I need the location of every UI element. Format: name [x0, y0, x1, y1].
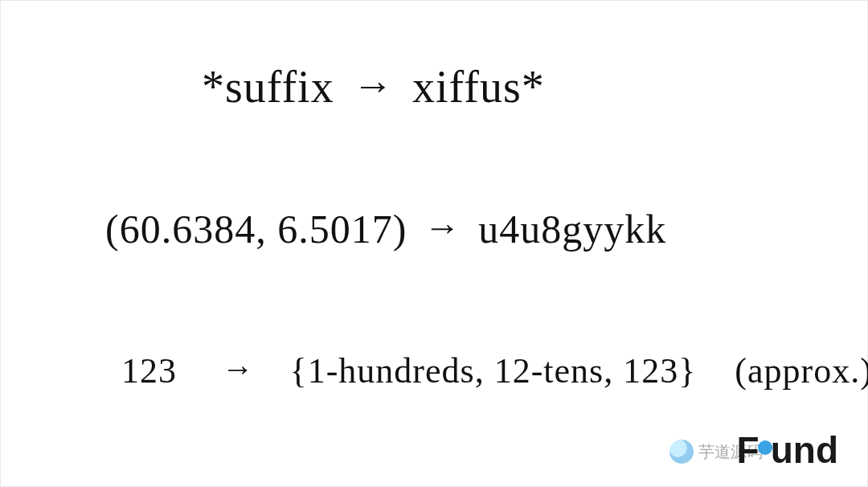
geohash-value: u4u8gyykk [478, 207, 666, 252]
whiteboard: *suffix → xiffus* (60.6384, 6.5017) → u4… [0, 0, 868, 487]
logo-letters-rest: und [771, 428, 838, 472]
word-suffix: suffix [225, 62, 334, 112]
number-value: 123 [121, 351, 177, 391]
latitude: 60.6384 [120, 207, 256, 252]
comma: , [475, 351, 494, 391]
watermark-icon [669, 440, 694, 464]
paren-close: ) [393, 207, 407, 252]
example-suffix-reversal: *suffix → xiffus* [202, 61, 545, 113]
brace-open: { [290, 351, 308, 391]
token-hundreds: 1-hundreds [308, 351, 475, 391]
asterisk-left: * [202, 62, 225, 112]
arrow-icon: → [418, 207, 468, 248]
token-tens: 12-tens [494, 351, 604, 391]
example-geohash: (60.6384, 6.5017) → u4u8gyykk [105, 206, 666, 252]
paren-open: ( [105, 207, 120, 252]
logo-letter-f: F [737, 428, 760, 472]
arrow-icon: → [346, 62, 400, 108]
token-raw: 123 [623, 351, 678, 391]
comma: , [604, 351, 623, 391]
asterisk-right: * [522, 62, 545, 112]
word-xiffus: xiffus [412, 62, 522, 112]
arrow-icon: → [215, 350, 261, 387]
coord-separator: , [256, 207, 277, 252]
brace-close: } [678, 351, 696, 391]
longitude: 6.5017 [277, 207, 393, 252]
found-logo: F und [737, 428, 838, 472]
approx-note: (approx.) [735, 351, 868, 391]
example-numeric-tokens: 123 → {1-hundreds, 12-tens, 123} (approx… [121, 350, 868, 391]
